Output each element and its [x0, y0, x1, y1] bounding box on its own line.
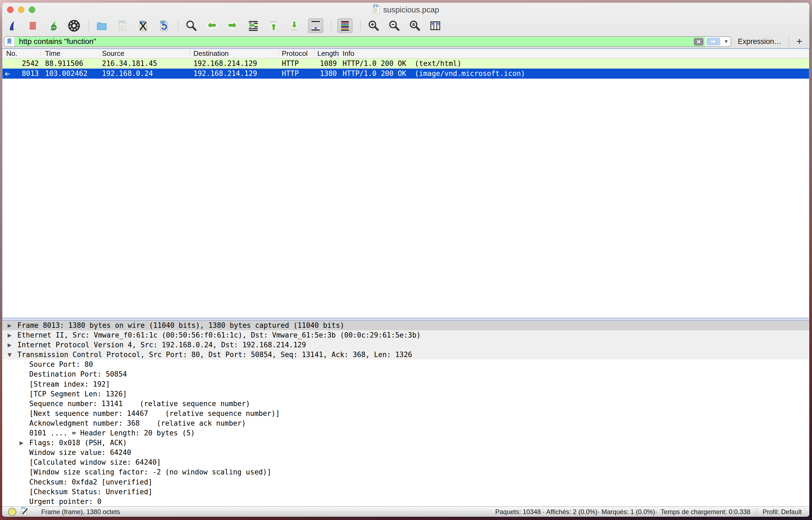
- detail-row[interactable]: Checksum: 0xfda2 [unverified]: [2, 477, 809, 487]
- display-filter-input[interactable]: http contains "function" ▼: [4, 36, 731, 47]
- expander-collapsed-icon[interactable]: ▶: [7, 340, 17, 350]
- detail-row[interactable]: [TCP Segment Len: 1326]: [2, 389, 809, 399]
- filter-separator: [788, 37, 789, 46]
- column-header-length[interactable]: Length: [314, 49, 339, 58]
- detail-row[interactable]: [Calculated window size: 64240]: [2, 458, 809, 467]
- go-to-last-packet-button[interactable]: [287, 19, 301, 33]
- reload-file-button[interactable]: [157, 19, 170, 33]
- detail-row[interactable]: ▶Internet Protocol Version 4, Src: 192.1…: [2, 340, 809, 350]
- filter-history-dropdown[interactable]: ▼: [721, 37, 731, 46]
- open-file-button[interactable]: [95, 19, 108, 33]
- packet-list-pane: No.TimeSourceDestinationProtocolLengthIn…: [2, 48, 809, 318]
- reload-file-icon: [157, 20, 170, 32]
- colorize-icon: [339, 20, 351, 32]
- auto-scroll-icon: [309, 20, 322, 32]
- packet-details-pane: ▶Frame 8013: 1380 bytes on wire (11040 b…: [2, 320, 809, 506]
- go-to-packet-button[interactable]: [246, 19, 260, 33]
- wireshark-window: suspicious.pcap: [2, 3, 809, 517]
- packet-cell-protocol: HTTP: [279, 58, 314, 69]
- detail-text: 0101 .... = Header Length: 20 bytes (5): [29, 428, 195, 438]
- window-titlebar[interactable]: suspicious.pcap: [2, 3, 809, 17]
- expression-button[interactable]: Expression…: [738, 37, 781, 46]
- detail-text: [TCP Segment Len: 1326]: [29, 389, 127, 399]
- detail-row[interactable]: [Stream index: 192]: [2, 379, 809, 389]
- column-header-protocol[interactable]: Protocol: [279, 49, 314, 58]
- stop-capture-button[interactable]: [26, 19, 40, 33]
- wireshark-start-capture-icon: [6, 20, 19, 32]
- column-header-no[interactable]: No.: [2, 49, 41, 58]
- colorize-packets-button[interactable]: [337, 19, 353, 33]
- column-header-time[interactable]: Time: [41, 49, 100, 58]
- detail-row[interactable]: Sequence number: 13141 (relative sequenc…: [2, 399, 809, 409]
- close-file-button[interactable]: [136, 19, 150, 33]
- detail-row[interactable]: Acknowledgment number: 368 (relative ack…: [2, 418, 809, 428]
- add-filter-button[interactable]: +: [796, 37, 802, 46]
- column-header-source[interactable]: Source: [100, 49, 190, 58]
- filter-text[interactable]: http contains "function": [19, 37, 96, 46]
- window-title: suspicious.pcap: [383, 5, 439, 15]
- detail-row[interactable]: Urgent pointer: 0: [2, 497, 809, 506]
- column-header-info[interactable]: Info: [339, 49, 809, 58]
- packet-cell-time: 88.911506: [41, 58, 100, 69]
- apply-arrow-icon: [710, 39, 717, 44]
- start-capture-button[interactable]: [5, 19, 19, 33]
- packet-row[interactable]: 254288.911506216.34.181.45192.168.214.12…: [2, 58, 809, 69]
- detail-row[interactable]: Window size value: 64240: [2, 448, 809, 458]
- detail-text: [Stream index: 192]: [29, 379, 110, 389]
- go-to-first-packet-button[interactable]: [267, 19, 280, 33]
- detail-row[interactable]: [Window size scaling factor: -2 (no wind…: [2, 467, 809, 477]
- expander-expanded-icon[interactable]: ▼: [7, 350, 17, 360]
- filter-field[interactable]: http contains "function": [15, 37, 705, 46]
- detail-row[interactable]: 0101 .... = Header Length: 20 bytes (5): [2, 428, 809, 438]
- save-file-icon: [116, 20, 129, 32]
- detail-row[interactable]: [Checksum Status: Unverified]: [2, 487, 809, 497]
- minimize-window-button[interactable]: [18, 6, 24, 13]
- capture-comment-icon[interactable]: [20, 507, 28, 517]
- packet-cell-length: 1380: [314, 69, 339, 79]
- detail-row[interactable]: [Next sequence number: 14467 (relative s…: [2, 409, 809, 418]
- stop-capture-icon: [27, 20, 39, 32]
- zoom-normal-button[interactable]: [408, 19, 422, 33]
- zoom-in-button[interactable]: [367, 19, 380, 33]
- detail-row[interactable]: ▶Flags: 0x018 (PSH, ACK): [2, 438, 809, 448]
- find-packet-button[interactable]: [184, 19, 198, 33]
- filter-bookmark-button[interactable]: [4, 37, 15, 46]
- status-profile[interactable]: Profil: Default: [763, 508, 802, 516]
- detail-text: Transmission Control Protocol, Src Port:…: [17, 350, 412, 360]
- capture-options-button[interactable]: [67, 19, 81, 33]
- detail-row[interactable]: Destination Port: 50854: [2, 369, 809, 379]
- detail-row[interactable]: Source Port: 80: [2, 360, 809, 369]
- detail-text: Window size value: 64240: [29, 448, 131, 458]
- detail-row[interactable]: ▼Transmission Control Protocol, Src Port…: [2, 350, 809, 360]
- restart-capture-button[interactable]: [47, 19, 60, 33]
- close-window-button[interactable]: [7, 6, 14, 13]
- packet-cell-time: 103.002462: [41, 69, 100, 79]
- zoom-window-button[interactable]: [29, 6, 35, 13]
- go-back-button[interactable]: [205, 19, 219, 33]
- zoom-in-icon: [367, 20, 380, 32]
- detail-text: Destination Port: 50854: [29, 369, 127, 379]
- expander-collapsed-icon[interactable]: ▶: [20, 438, 29, 448]
- auto-scroll-button[interactable]: [308, 19, 323, 33]
- packet-list-empty-area[interactable]: [2, 79, 809, 318]
- detail-text: [Window size scaling factor: -2 (no wind…: [29, 467, 271, 477]
- go-forward-button[interactable]: [226, 19, 239, 33]
- column-header-destination[interactable]: Destination: [190, 49, 279, 58]
- expander-collapsed-icon[interactable]: ▶: [7, 330, 17, 340]
- main-toolbar: [2, 17, 809, 35]
- zoom-out-button[interactable]: [387, 19, 401, 33]
- filter-apply-button[interactable]: [705, 37, 721, 46]
- expander-collapsed-icon[interactable]: ▶: [7, 320, 17, 330]
- packet-cell-source: 216.34.181.45: [100, 58, 190, 69]
- detail-row[interactable]: ▶Ethernet II, Src: Vmware_f0:61:1c (00:5…: [2, 330, 809, 340]
- detail-text: Flags: 0x018 (PSH, ACK): [29, 438, 127, 448]
- pane-splitter[interactable]: [2, 318, 809, 320]
- filter-toolbar: http contains "function" ▼: [2, 35, 809, 48]
- packet-row[interactable]: 8013103.002462192.168.0.24192.168.214.12…: [2, 69, 809, 79]
- resize-columns-button[interactable]: [429, 19, 442, 33]
- save-file-button[interactable]: [116, 19, 129, 33]
- filter-clear-button[interactable]: [694, 38, 704, 46]
- expert-info-icon[interactable]: [8, 508, 16, 516]
- detail-row[interactable]: ▶Frame 8013: 1380 bytes on wire (11040 b…: [2, 320, 809, 330]
- toolbar-separator: [331, 21, 331, 31]
